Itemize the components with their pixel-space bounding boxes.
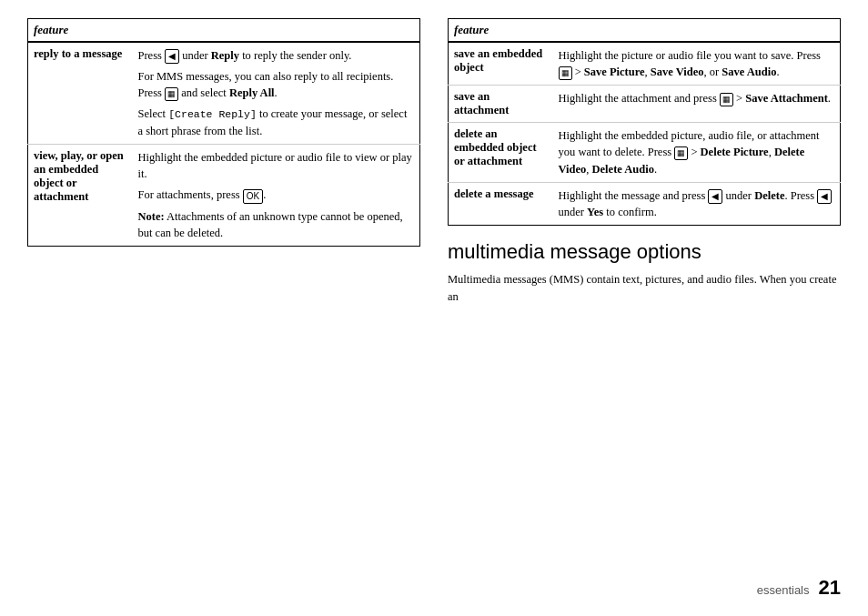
create-reply-label: [Create Reply] xyxy=(168,108,257,120)
left-column: feature reply to a message Press ◀ under… xyxy=(27,18,420,247)
menu-button-icon: ▦ xyxy=(559,66,572,80)
note-label: Note: xyxy=(138,210,165,223)
right-column: feature save an embedded object Highligh… xyxy=(448,18,841,305)
menu-button-icon: ▦ xyxy=(720,93,733,106)
feature-label: save an attachment xyxy=(454,90,509,116)
multimedia-section: multimedia message options Multimedia me… xyxy=(448,240,841,306)
desc-para-2: For attachments, press OK. xyxy=(138,187,415,203)
feature-cell: save an embedded object xyxy=(449,42,553,86)
table-row: reply to a message Press ◀ under Reply t… xyxy=(28,42,420,145)
desc-para: Highlight the embedded picture, audio fi… xyxy=(559,127,835,177)
menu-button-icon: ▦ xyxy=(165,87,178,101)
table-row: delete an embedded object or attachment … xyxy=(449,123,841,182)
desc-para-2: For MMS messages, you can also reply to … xyxy=(138,68,415,101)
desc-para-1: Highlight the embedded picture or audio … xyxy=(138,149,415,182)
desc-cell: Highlight the attachment and press ▦ > S… xyxy=(553,86,841,123)
desc-para-3: Select [Create Reply] to create your mes… xyxy=(138,106,415,139)
desc-cell: Press ◀ under Reply to reply the sender … xyxy=(133,42,420,145)
table-row: save an embedded object Highlight the pi… xyxy=(449,42,841,86)
back-button-icon: ◀ xyxy=(708,189,722,204)
feature-cell: delete an embedded object or attachment xyxy=(449,123,553,182)
desc-cell: Highlight the picture or audio file you … xyxy=(553,42,841,86)
left-table-header: feature xyxy=(28,19,420,43)
desc-cell: Highlight the embedded picture or audio … xyxy=(133,145,420,247)
desc-para-3: Note: Attachments of an unknown type can… xyxy=(138,208,415,241)
desc-cell: Highlight the embedded picture, audio fi… xyxy=(553,123,841,182)
feature-label: view, play, or open an embedded object o… xyxy=(34,149,124,203)
desc-para: Highlight the picture or audio file you … xyxy=(559,47,835,80)
desc-para: Highlight the message and press ◀ under … xyxy=(559,187,835,220)
desc-para: Highlight the attachment and press ▦ > S… xyxy=(559,90,835,106)
feature-cell: save an attachment xyxy=(449,86,553,123)
desc-para-1: Press ◀ under Reply to reply the sender … xyxy=(138,47,415,64)
footer-label: essentials xyxy=(757,583,810,597)
ok-button-icon: OK xyxy=(243,189,263,204)
feature-label: save an embedded object xyxy=(454,47,542,74)
feature-label: delete an embedded object or attachment xyxy=(454,127,537,167)
table-row: save an attachment Highlight the attachm… xyxy=(449,86,841,123)
page-footer: essentials 21 xyxy=(757,576,841,600)
back-button-icon-2: ◀ xyxy=(817,189,832,204)
page-layout: feature reply to a message Press ◀ under… xyxy=(27,18,841,305)
feature-label: reply to a message xyxy=(34,47,122,60)
feature-cell: reply to a message xyxy=(28,42,133,145)
back-button-icon: ◀ xyxy=(165,49,179,64)
feature-label: delete a message xyxy=(454,187,533,200)
feature-cell: delete a message xyxy=(449,182,553,225)
desc-cell: Highlight the message and press ◀ under … xyxy=(553,182,841,225)
table-row: delete a message Highlight the message a… xyxy=(449,182,841,225)
footer-page-number: 21 xyxy=(819,576,841,600)
right-table: feature save an embedded object Highligh… xyxy=(448,18,841,226)
right-table-header: feature xyxy=(449,19,841,43)
feature-cell: view, play, or open an embedded object o… xyxy=(28,145,133,247)
left-table: feature reply to a message Press ◀ under… xyxy=(27,18,420,247)
menu-button-icon: ▦ xyxy=(674,146,688,160)
multimedia-body: Multimedia messages (MMS) contain text, … xyxy=(448,271,841,306)
table-row: view, play, or open an embedded object o… xyxy=(28,145,420,247)
multimedia-title: multimedia message options xyxy=(448,240,841,264)
